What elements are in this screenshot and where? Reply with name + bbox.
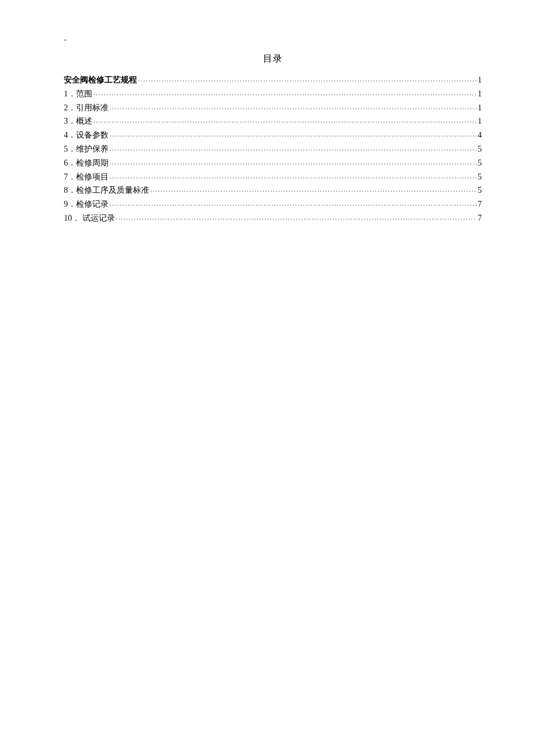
toc-item-label: 安全阀检修工艺规程 bbox=[64, 73, 137, 87]
toc-dots bbox=[110, 199, 477, 208]
toc-item-label: 9．检修记录 bbox=[64, 197, 109, 211]
toc-dots bbox=[93, 116, 477, 125]
toc-item-label: 1．范围 bbox=[64, 87, 92, 101]
toc-item: 10． 试运记录7 bbox=[64, 211, 482, 225]
toc-dots bbox=[110, 129, 477, 139]
toc-item-label: 5．维护保养 bbox=[64, 142, 109, 156]
document-page: " 目录 安全阀检修工艺规程11．范围12．引用标准13．概述14．设备参数45… bbox=[0, 0, 534, 272]
toc-item: 5．维护保养5 bbox=[64, 142, 482, 156]
toc-item-label: 6．检修周期 bbox=[64, 156, 109, 170]
toc-item: 6．检修周期5 bbox=[64, 156, 482, 170]
toc-dots bbox=[110, 143, 477, 153]
toc-item: 9．检修记录7 bbox=[64, 197, 482, 211]
toc-item-page: 1 bbox=[478, 101, 482, 115]
toc-title: 目录 bbox=[64, 53, 482, 65]
toc-item-page: 5 bbox=[478, 156, 482, 170]
toc-item-page: 5 bbox=[478, 142, 482, 156]
toc-list: 安全阀检修工艺规程11．范围12．引用标准13．概述14．设备参数45．维护保养… bbox=[64, 73, 482, 225]
toc-dots bbox=[138, 74, 477, 84]
toc-item-page: 1 bbox=[478, 87, 482, 101]
toc-item-label: 2．引用标准 bbox=[64, 101, 109, 115]
toc-item-label: 4．设备参数 bbox=[64, 128, 109, 142]
toc-item-page: 1 bbox=[478, 114, 482, 128]
toc-dots bbox=[110, 102, 477, 112]
toc-item-label: 8．检修工序及质量标准 bbox=[64, 183, 149, 197]
toc-item: 2．引用标准1 bbox=[64, 101, 482, 115]
toc-item-label: 7．检修项目 bbox=[64, 170, 109, 184]
toc-item: 安全阀检修工艺规程1 bbox=[64, 73, 482, 87]
toc-item: 7．检修项目5 bbox=[64, 170, 482, 184]
toc-item-page: 7 bbox=[478, 197, 482, 211]
toc-item: 3．概述1 bbox=[64, 114, 482, 128]
toc-item: 1．范围1 bbox=[64, 87, 482, 101]
toc-item-page: 1 bbox=[478, 73, 482, 87]
toc-item-page: 5 bbox=[478, 170, 482, 184]
toc-item-page: 4 bbox=[478, 128, 482, 142]
header-mark: " bbox=[64, 38, 482, 45]
toc-dots bbox=[150, 185, 477, 195]
toc-item: 4．设备参数4 bbox=[64, 128, 482, 142]
toc-item-page: 7 bbox=[478, 211, 482, 225]
toc-dots bbox=[93, 88, 477, 98]
toc-dots bbox=[110, 157, 477, 167]
toc-item-page: 5 bbox=[478, 183, 482, 197]
toc-dots bbox=[116, 213, 477, 222]
toc-item-label: 3．概述 bbox=[64, 114, 92, 128]
toc-item-label: 10． 试运记录 bbox=[64, 211, 115, 225]
toc-item: 8．检修工序及质量标准5 bbox=[64, 183, 482, 197]
toc-dots bbox=[110, 171, 477, 181]
